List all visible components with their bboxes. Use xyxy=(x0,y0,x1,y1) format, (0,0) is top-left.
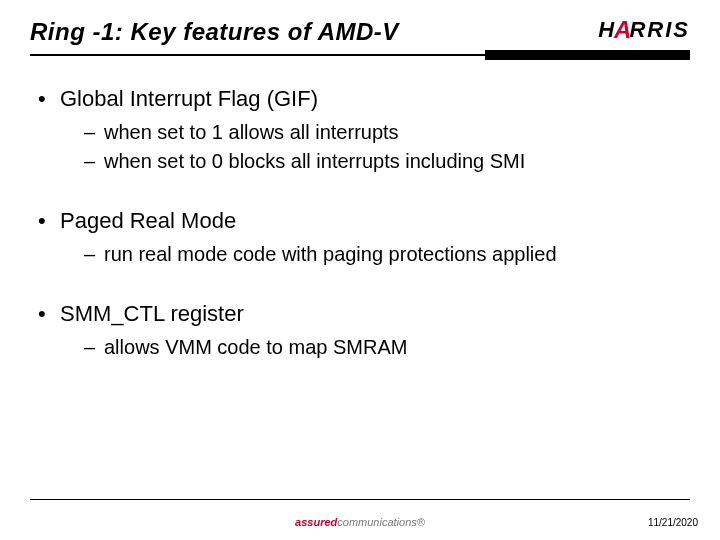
bullet-text: Paged Real Mode xyxy=(60,208,236,234)
rule-left xyxy=(30,54,485,56)
sub-text: when set to 1 allows all interrupts xyxy=(104,118,399,147)
sub-item: – allows VMM code to map SMRAM xyxy=(84,333,682,362)
bullet-dot-icon: • xyxy=(38,301,60,327)
sub-item: – when set to 0 blocks all interrupts in… xyxy=(84,147,682,176)
bullet-item: • Paged Real Mode xyxy=(38,208,682,234)
logo-text-right: RRIS xyxy=(629,17,690,43)
header-rule xyxy=(0,50,720,60)
footer-brand-suffix: communications xyxy=(337,516,416,528)
slide-content: • Global Interrupt Flag (GIF) – when set… xyxy=(0,60,720,362)
sub-list: – when set to 1 allows all interrupts – … xyxy=(84,118,682,176)
footer-brand: assuredcommunications® xyxy=(0,516,720,528)
bullet-text: Global Interrupt Flag (GIF) xyxy=(60,86,318,112)
sub-item: – run real mode code with paging protect… xyxy=(84,240,682,269)
slide-title: Ring -1: Key features of AMD-V xyxy=(30,18,399,46)
footer-reg: ® xyxy=(417,516,425,528)
sub-text: when set to 0 blocks all interrupts incl… xyxy=(104,147,525,176)
dash-icon: – xyxy=(84,333,104,362)
sub-list: – allows VMM code to map SMRAM xyxy=(84,333,682,362)
bullet-text: SMM_CTL register xyxy=(60,301,244,327)
sub-item: – when set to 1 allows all interrupts xyxy=(84,118,682,147)
footer-date: 11/21/2020 xyxy=(648,517,698,528)
bullet-dot-icon: • xyxy=(38,208,60,234)
dash-icon: – xyxy=(84,240,104,269)
slide-header: Ring -1: Key features of AMD-V HARRIS xyxy=(0,0,720,46)
bullet-dot-icon: • xyxy=(38,86,60,112)
sub-text: allows VMM code to map SMRAM xyxy=(104,333,407,362)
rule-right xyxy=(486,50,690,60)
bullet-item: • SMM_CTL register xyxy=(38,301,682,327)
footer-rule xyxy=(30,499,690,501)
footer-brand-prefix: assured xyxy=(295,516,337,528)
bullet-item: • Global Interrupt Flag (GIF) xyxy=(38,86,682,112)
sub-list: – run real mode code with paging protect… xyxy=(84,240,682,269)
dash-icon: – xyxy=(84,118,104,147)
harris-logo: HARRIS xyxy=(598,16,690,44)
sub-text: run real mode code with paging protectio… xyxy=(104,240,557,269)
dash-icon: – xyxy=(84,147,104,176)
